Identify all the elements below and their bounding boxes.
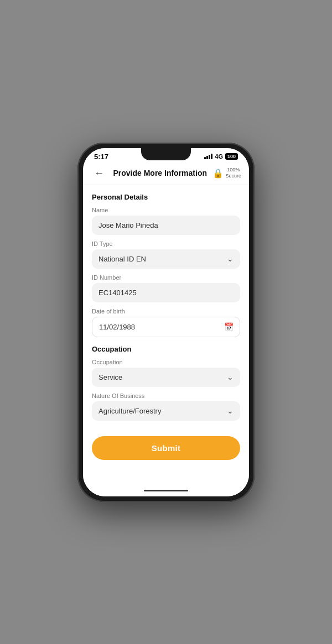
notch <box>141 148 191 160</box>
phone-screen: 5:17 4G 100 ← Provide More Information 🔒 <box>83 148 249 496</box>
home-bar <box>144 490 188 491</box>
secure-badge: 🔒 100% Secure <box>212 167 241 179</box>
name-input[interactable] <box>92 216 240 235</box>
id-number-field-group: ID Number <box>92 274 240 302</box>
back-button[interactable]: ← <box>91 166 107 180</box>
business-field-group: Nature Of Business Agriculture/Forestry … <box>92 392 240 421</box>
business-select[interactable]: Agriculture/Forestry Technology Finance … <box>92 401 240 421</box>
battery-badge: 100 <box>225 153 238 160</box>
occupation-select[interactable]: Service Self-employed Student Unemployed <box>92 368 240 387</box>
status-bar: 5:17 4G 100 <box>83 148 249 163</box>
id-number-label: ID Number <box>92 274 240 281</box>
id-type-label: ID Type <box>92 240 240 247</box>
name-field-group: Name <box>92 207 240 235</box>
dob-label: Date of birth <box>92 308 240 315</box>
occupation-section: Occupation Occupation Service Self-emplo… <box>92 345 240 421</box>
page-title: Provide More Information <box>111 169 209 177</box>
id-type-select[interactable]: National ID EN Passport Driver's License <box>92 249 240 269</box>
dob-input-wrapper: 📅 <box>92 317 240 337</box>
occupation-select-wrapper: Service Self-employed Student Unemployed… <box>92 368 240 387</box>
lock-icon: 🔒 <box>212 168 224 179</box>
phone-shell: 5:17 4G 100 ← Provide More Information 🔒 <box>77 143 255 502</box>
status-time: 5:17 <box>94 153 108 161</box>
id-type-select-wrapper: National ID EN Passport Driver's License… <box>92 249 240 269</box>
dob-field-group: Date of birth 📅 <box>92 308 240 337</box>
business-label: Nature Of Business <box>92 392 240 399</box>
submit-button[interactable]: Submit <box>92 436 240 460</box>
content-area: Personal Details Name ID Type National I… <box>83 185 249 485</box>
status-right: 4G 100 <box>204 153 238 160</box>
name-label: Name <box>92 207 240 213</box>
personal-details-heading: Personal Details <box>92 193 240 201</box>
occupation-field-group: Occupation Service Self-employed Student… <box>92 359 240 387</box>
signal-icon <box>204 154 212 159</box>
home-indicator <box>83 485 249 496</box>
app-header: ← Provide More Information 🔒 100% Secure <box>83 163 249 185</box>
id-type-field-group: ID Type National ID EN Passport Driver's… <box>92 240 240 269</box>
dob-input[interactable] <box>92 317 240 337</box>
occupation-heading: Occupation <box>92 345 240 353</box>
secure-label: Secure <box>225 173 241 179</box>
network-label: 4G <box>215 153 223 160</box>
secure-pct: 100% <box>227 167 240 172</box>
business-select-wrapper: Agriculture/Forestry Technology Finance … <box>92 401 240 421</box>
occupation-label: Occupation <box>92 359 240 365</box>
id-number-input[interactable] <box>92 283 240 302</box>
